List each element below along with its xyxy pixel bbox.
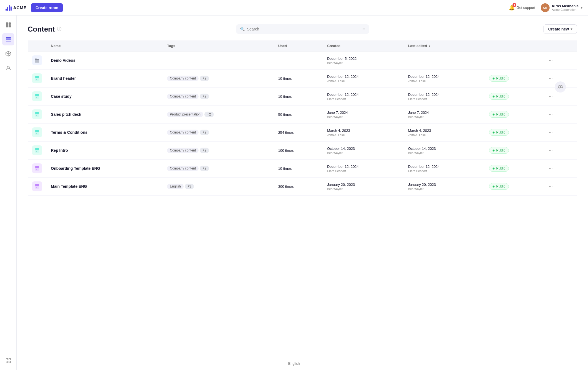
svg-rect-24 — [36, 115, 38, 115]
user-info: Kiros Medhanie Acme Corporation — [552, 4, 579, 11]
row-used-cell: 10 times — [274, 160, 323, 178]
row-created-cell: March 4, 2023 John A. Lake — [323, 124, 404, 142]
tag-badge: Company content — [167, 94, 199, 99]
row-edited-cell: January 20, 2023Ben Waylet — [404, 178, 485, 196]
table-row: Onboarding Template ENG Company content+… — [28, 160, 577, 178]
row-status-cell: Public — [485, 70, 542, 88]
info-icon[interactable]: ⓘ — [57, 26, 61, 32]
svg-rect-29 — [36, 133, 37, 134]
row-status-cell: Public — [485, 178, 542, 196]
more-options-button[interactable]: ··· — [547, 129, 555, 137]
row-used-cell: 10 times — [274, 88, 323, 106]
row-actions-cell: ··· — [542, 142, 577, 160]
svg-rect-20 — [36, 97, 38, 97]
svg-rect-23 — [35, 112, 39, 114]
svg-rect-40 — [36, 187, 38, 187]
row-status-cell: Public — [485, 106, 542, 124]
row-created-cell: January 20, 2023 Ben Waylet — [323, 178, 404, 196]
users-icon — [558, 84, 563, 90]
svg-point-13 — [561, 85, 562, 87]
grid-icon — [5, 22, 11, 28]
svg-rect-15 — [35, 76, 39, 78]
sidebar-item-contacts[interactable] — [2, 62, 14, 74]
svg-rect-17 — [36, 79, 37, 80]
more-options-button[interactable]: ··· — [547, 165, 555, 173]
th-icon — [28, 40, 46, 52]
row-status-cell: Public — [485, 160, 542, 178]
svg-rect-6 — [6, 41, 11, 42]
svg-point-12 — [559, 85, 560, 87]
more-options-button[interactable]: ··· — [547, 111, 555, 119]
user-menu[interactable]: KM Kiros Medhanie Acme Corporation ▾ — [541, 3, 582, 12]
svg-rect-31 — [35, 148, 39, 150]
create-new-button[interactable]: Create new ▾ — [543, 24, 577, 34]
row-name-cell: Case study — [46, 88, 163, 106]
row-edited-cell: December 12, 2024John A. Lake — [404, 70, 485, 88]
th-last-edited[interactable]: Last edited ▲ — [404, 40, 485, 52]
chevron-down-icon: ▾ — [571, 27, 572, 31]
more-options-button[interactable]: ··· — [547, 147, 555, 155]
sidebar-item-layers[interactable] — [2, 33, 14, 45]
table-row: Terms & Conditions Company content+2 254… — [28, 124, 577, 142]
status-dot — [493, 168, 495, 169]
row-actions-cell: ··· — [542, 52, 577, 70]
th-actions — [542, 40, 577, 52]
status-badge: Public — [489, 129, 509, 136]
svg-rect-39 — [35, 184, 39, 186]
row-actions-cell: ··· — [542, 160, 577, 178]
tag-badge: Company content — [167, 130, 199, 135]
search-icon: 🔍 — [240, 27, 245, 31]
th-used: Used — [274, 40, 323, 52]
item-name: Sales pitch deck — [51, 112, 81, 117]
doc-icon — [32, 127, 42, 137]
row-used-cell: 300 times — [274, 178, 323, 196]
search-input[interactable] — [247, 27, 360, 31]
row-icon-cell — [28, 106, 46, 124]
avatar: KM — [541, 3, 550, 12]
tag-count: +3 — [185, 184, 194, 189]
page-title: Content — [28, 25, 55, 34]
status-dot — [493, 78, 495, 79]
row-tags-cell: Company content+2 — [163, 70, 274, 88]
more-options-button[interactable]: ··· — [547, 92, 555, 101]
table-row: Main Template ENG English+3 300 times Ja… — [28, 178, 577, 196]
chevron-down-icon: ▾ — [581, 6, 582, 10]
team-button[interactable] — [555, 81, 566, 92]
sidebar-item-grid[interactable] — [2, 19, 14, 31]
main-content: Content ⓘ 🔍 ≡ Create new ▾ — [17, 16, 588, 204]
row-edited-cell: December 12, 2024Clara Seaport — [404, 88, 485, 106]
row-created-cell: December 12, 2024 John A. Lake — [323, 70, 404, 88]
row-icon-cell — [28, 52, 46, 70]
filter-icon[interactable]: ≡ — [362, 27, 365, 32]
row-created-cell: December 12, 2024 Clara Seaport — [323, 160, 404, 178]
more-options-button[interactable]: ··· — [547, 183, 555, 191]
support-button[interactable]: 🔔 1 Get support — [509, 5, 535, 11]
logo: ACME — [6, 5, 27, 11]
more-options-button[interactable]: ··· — [547, 74, 555, 83]
row-icon-cell — [28, 124, 46, 142]
create-room-button[interactable]: Create room — [31, 3, 63, 12]
status-badge: Public — [489, 75, 509, 82]
row-status-cell: Public — [485, 88, 542, 106]
row-actions-cell: ··· — [542, 106, 577, 124]
row-tags-cell: Company content+2 — [163, 160, 274, 178]
row-icon-cell — [28, 178, 46, 196]
row-actions-cell: ··· — [542, 124, 577, 142]
status-dot — [493, 186, 495, 187]
table-row: Rep Intro Company content+2 100 times Oc… — [28, 142, 577, 160]
row-used-cell — [274, 52, 323, 70]
status-dot — [493, 96, 495, 97]
svg-rect-5 — [6, 39, 11, 40]
svg-rect-3 — [9, 25, 11, 27]
row-name-cell: Terms & Conditions — [46, 124, 163, 142]
status-badge: Public — [489, 165, 509, 172]
row-tags-cell: Company content+2 — [163, 124, 274, 142]
item-name: Brand header — [51, 76, 76, 81]
item-name: Terms & Conditions — [51, 130, 87, 135]
sidebar-item-cube[interactable] — [2, 48, 14, 60]
table-row: Case study Company content+2 10 times De… — [28, 88, 577, 106]
status-badge: Public — [489, 147, 509, 154]
more-options-button[interactable]: ··· — [547, 56, 555, 65]
tag-badge: Company content — [167, 76, 199, 81]
table-row: Demo Videos December 5, 2022 Ben Waylet … — [28, 52, 577, 70]
